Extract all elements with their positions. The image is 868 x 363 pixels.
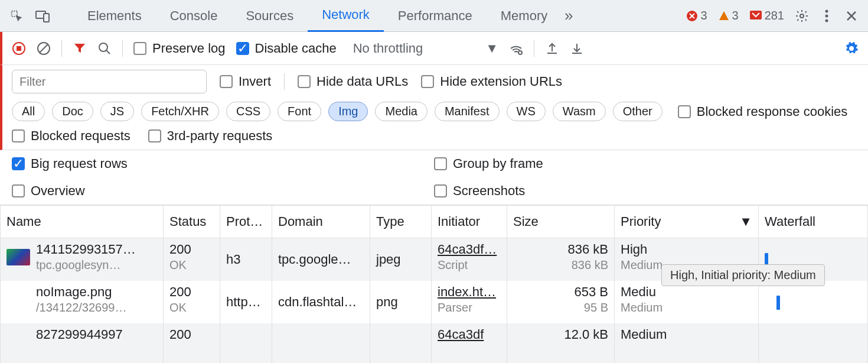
record-icon[interactable]: [12, 41, 26, 56]
col-size[interactable]: Size: [507, 206, 615, 238]
group-by-frame-checkbox[interactable]: Group by frame: [434, 156, 856, 171]
filter-row: Invert Hide data URLs Hide extension URL…: [0, 65, 868, 98]
type-filter-pills: All Doc JS Fetch/XHR CSS Font Img Media …: [0, 98, 868, 125]
svg-rect-4: [750, 11, 762, 20]
col-status[interactable]: Status: [164, 206, 220, 238]
hide-data-urls-checkbox[interactable]: Hide data URLs: [298, 74, 408, 89]
throttling-select[interactable]: No throttling ▼: [353, 41, 498, 56]
close-icon[interactable]: [844, 9, 859, 23]
filter-input[interactable]: [12, 70, 207, 93]
download-icon[interactable]: [570, 41, 584, 56]
table-header-row: Name Status Prot… Domain Type Initiator …: [1, 206, 868, 238]
svg-rect-10: [17, 46, 21, 51]
pill-media[interactable]: Media: [375, 102, 427, 121]
clear-icon[interactable]: [37, 41, 51, 56]
preserve-log-checkbox[interactable]: Preserve log: [133, 41, 226, 56]
thumbnail-icon: [6, 249, 30, 265]
kebab-icon[interactable]: [820, 9, 834, 23]
pill-wasm[interactable]: Wasm: [553, 102, 606, 121]
tab-elements[interactable]: Elements: [73, 0, 156, 32]
pill-img[interactable]: Img: [328, 102, 368, 121]
svg-point-5: [800, 14, 804, 18]
svg-point-13: [518, 51, 522, 54]
upload-icon[interactable]: [545, 41, 559, 56]
waterfall-bar: [776, 296, 780, 310]
devtools-tabs-bar: Elements Console Sources Network Perform…: [0, 0, 868, 32]
svg-point-6: [825, 9, 828, 12]
invert-checkbox[interactable]: Invert: [220, 74, 271, 89]
col-name[interactable]: Name: [1, 206, 164, 238]
pill-js[interactable]: JS: [100, 102, 134, 121]
col-domain[interactable]: Domain: [272, 206, 370, 238]
svg-point-7: [825, 14, 828, 17]
device-toggle-icon[interactable]: [35, 9, 50, 23]
col-protocol[interactable]: Prot…: [220, 206, 272, 238]
view-options: ✓Big request rows Group by frame Overvie…: [0, 150, 868, 205]
svg-point-12: [99, 43, 107, 51]
tab-network[interactable]: Network: [308, 0, 384, 32]
pill-ws[interactable]: WS: [507, 102, 546, 121]
table-row[interactable]: noImage.png/134122/32699… 200OK http… cd…: [1, 281, 868, 323]
tab-sources[interactable]: Sources: [231, 0, 308, 32]
warning-count[interactable]: 3: [718, 9, 739, 22]
hide-extension-urls-checkbox[interactable]: Hide extension URLs: [421, 74, 562, 89]
pill-other[interactable]: Other: [613, 102, 663, 121]
third-party-checkbox[interactable]: 3rd-party requests: [148, 128, 273, 144]
gear-icon[interactable]: [795, 9, 809, 23]
col-waterfall[interactable]: Waterfall: [759, 206, 868, 238]
pill-fetchxhr[interactable]: Fetch/XHR: [141, 102, 219, 121]
pill-font[interactable]: Font: [278, 102, 321, 121]
message-count[interactable]: 281: [749, 9, 784, 22]
tab-performance[interactable]: Performance: [384, 0, 487, 32]
inspect-icon[interactable]: [9, 9, 24, 23]
pill-manifest[interactable]: Manifest: [435, 102, 500, 121]
more-tabs-icon[interactable]: »: [562, 9, 576, 23]
chevron-down-icon: ▼: [485, 41, 498, 56]
settings-gear-icon[interactable]: [844, 41, 859, 56]
network-toolbar: Preserve log ✓ Disable cache No throttli…: [0, 32, 868, 65]
col-initiator[interactable]: Initiator: [432, 206, 507, 238]
blocked-cookies-checkbox[interactable]: Blocked response cookies: [678, 104, 848, 119]
tab-memory[interactable]: Memory: [487, 0, 562, 32]
pill-doc[interactable]: Doc: [52, 102, 93, 121]
col-type[interactable]: Type: [370, 206, 432, 238]
error-count[interactable]: 3: [686, 9, 707, 22]
col-priority[interactable]: Priority▼: [615, 206, 759, 238]
extra-filters-row: Blocked requests 3rd-party requests: [0, 125, 868, 150]
tab-console[interactable]: Console: [156, 0, 232, 32]
svg-rect-2: [44, 14, 49, 22]
blocked-requests-checkbox[interactable]: Blocked requests: [12, 128, 130, 144]
overview-checkbox[interactable]: Overview: [12, 183, 434, 199]
big-rows-checkbox[interactable]: ✓Big request rows: [12, 156, 434, 171]
pill-css[interactable]: CSS: [226, 102, 270, 121]
requests-table-wrap: Name Status Prot… Domain Type Initiator …: [0, 205, 868, 363]
pill-all[interactable]: All: [12, 102, 45, 121]
disable-cache-checkbox[interactable]: ✓ Disable cache: [236, 41, 337, 56]
search-icon[interactable]: [97, 41, 112, 56]
svg-point-8: [825, 19, 828, 22]
priority-tooltip: High, Initial priority: Medium: [661, 264, 825, 286]
network-conditions-icon[interactable]: [509, 41, 523, 56]
filter-icon[interactable]: [73, 41, 87, 56]
screenshots-checkbox[interactable]: Screenshots: [434, 183, 856, 199]
table-row[interactable]: 827299944997 200 64ca3df 12.0 kB Medium: [1, 323, 868, 364]
sort-desc-icon: ▼: [739, 214, 752, 229]
